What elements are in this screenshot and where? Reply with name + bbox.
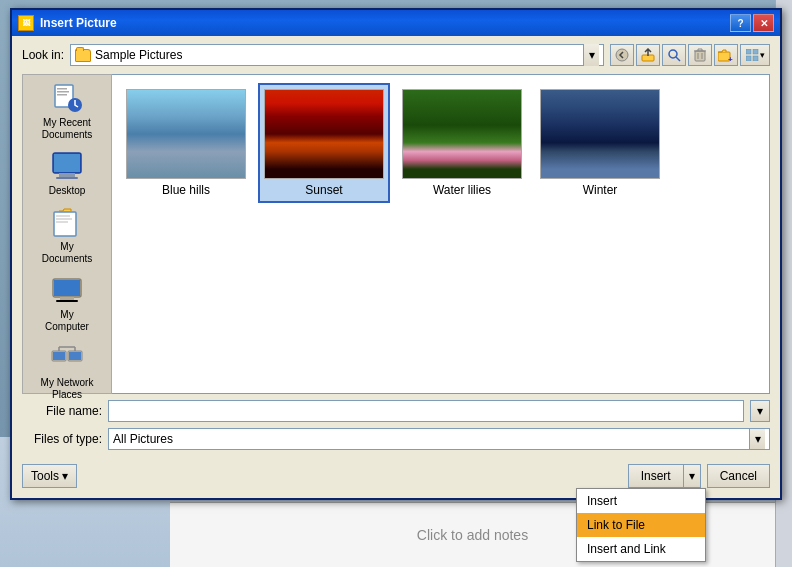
folder-icon (75, 49, 91, 62)
notes-placeholder: Click to add notes (417, 527, 528, 543)
file-name-label: File name: (22, 404, 102, 418)
look-in-dropdown[interactable]: Sample Pictures ▾ (70, 44, 604, 66)
svg-rect-30 (56, 300, 78, 302)
sidebar-item-my-recent-documents[interactable]: My RecentDocuments (23, 79, 111, 145)
files-of-type-value: All Pictures (113, 432, 749, 446)
file-name-input[interactable] (108, 400, 744, 422)
file-item-winter[interactable]: Winter (536, 85, 664, 201)
svg-rect-29 (60, 297, 74, 300)
file-item-sunset[interactable]: Sunset (260, 85, 388, 201)
views-button[interactable]: ▾ (740, 44, 770, 66)
sidebar-item-desktop[interactable]: Desktop (23, 147, 111, 201)
desktop-label: Desktop (49, 185, 86, 197)
back-button[interactable] (610, 44, 634, 66)
svg-rect-22 (54, 154, 80, 172)
help-button[interactable]: ? (730, 14, 751, 32)
svg-rect-34 (69, 352, 81, 360)
dialog-icon: 🖼 (18, 15, 34, 31)
title-bar-controls: ? ✕ (730, 14, 774, 32)
thumbnail-winter (540, 89, 660, 179)
insert-picture-dialog: 🖼 Insert Picture ? ✕ Look in: Sample Pic… (10, 8, 782, 500)
svg-rect-13 (753, 56, 758, 61)
svg-point-2 (669, 50, 677, 58)
file-item-water-lilies[interactable]: Water lilies (398, 85, 526, 201)
new-folder-button[interactable]: + (714, 44, 738, 66)
files-of-type-label: Files of type: (22, 432, 102, 446)
search-web-button[interactable] (662, 44, 686, 66)
svg-rect-10 (746, 49, 751, 54)
svg-rect-24 (56, 215, 70, 217)
svg-line-3 (676, 57, 680, 61)
svg-text:+: + (728, 55, 733, 62)
up-button[interactable] (636, 44, 660, 66)
file-browser-area: Blue hills Sunset Water lilies (112, 74, 770, 394)
svg-rect-15 (57, 88, 67, 90)
svg-rect-11 (753, 49, 758, 54)
my-computer-label: MyComputer (45, 309, 89, 333)
dropdown-item-insert[interactable]: Insert (577, 489, 705, 513)
look-in-label: Look in: (22, 48, 64, 62)
svg-rect-16 (57, 91, 69, 93)
dropdown-item-insert-and-link[interactable]: Insert and Link (577, 537, 705, 561)
file-name-sunset: Sunset (305, 183, 342, 197)
my-network-places-icon (51, 343, 83, 375)
tools-label: Tools (31, 469, 59, 483)
files-of-type-select[interactable]: All Pictures ▾ (108, 428, 770, 450)
my-network-places-label: My NetworkPlaces (41, 377, 94, 401)
look-in-dropdown-arrow[interactable]: ▾ (583, 44, 599, 66)
thumbnail-sunset (264, 89, 384, 179)
file-name-winter: Winter (583, 183, 618, 197)
my-documents-icon (51, 207, 83, 239)
files-of-type-arrow[interactable]: ▾ (749, 429, 765, 449)
current-folder-name: Sample Pictures (95, 48, 579, 62)
close-button[interactable]: ✕ (753, 14, 774, 32)
svg-point-0 (616, 49, 628, 61)
sidebar-item-my-documents[interactable]: MyDocuments (23, 203, 111, 269)
toolbar-buttons: + ▾ (610, 44, 770, 66)
svg-rect-26 (56, 221, 68, 223)
svg-rect-20 (59, 173, 75, 177)
svg-rect-25 (56, 218, 72, 220)
svg-rect-28 (54, 280, 80, 296)
my-computer-icon (51, 275, 83, 307)
file-item-blue-hills[interactable]: Blue hills (122, 85, 250, 201)
sidebar-item-my-network-places[interactable]: My NetworkPlaces (23, 339, 111, 405)
my-recent-docs-label: My RecentDocuments (42, 117, 93, 141)
file-name-dropdown-arrow[interactable]: ▾ (750, 400, 770, 422)
places-sidebar: My RecentDocuments Desktop MyDocuments (22, 74, 112, 394)
my-recent-docs-icon (51, 83, 83, 115)
dropdown-item-link-to-file[interactable]: Link to File (577, 513, 705, 537)
desktop-icon (51, 151, 83, 183)
insert-group: Insert ▾ (628, 464, 701, 488)
sidebar-item-my-computer[interactable]: MyComputer (23, 271, 111, 337)
file-name-blue-hills: Blue hills (162, 183, 210, 197)
thumbnail-water-lilies (402, 89, 522, 179)
dialog-title: Insert Picture (40, 16, 117, 30)
tools-button[interactable]: Tools ▾ (22, 464, 77, 488)
insert-dropdown-arrow-button[interactable]: ▾ (683, 464, 701, 488)
cancel-label: Cancel (720, 469, 757, 483)
insert-main-button[interactable]: Insert (628, 464, 683, 488)
svg-rect-4 (695, 51, 705, 61)
insert-dropdown-menu: Insert Link to File Insert and Link (576, 488, 706, 562)
svg-rect-32 (53, 352, 65, 360)
delete-button[interactable] (688, 44, 712, 66)
svg-rect-21 (56, 177, 78, 179)
file-name-water-lilies: Water lilies (433, 183, 491, 197)
cancel-button[interactable]: Cancel (707, 464, 770, 488)
thumbnail-blue-hills (126, 89, 246, 179)
title-bar: 🖼 Insert Picture ? ✕ (12, 10, 780, 36)
my-documents-label: MyDocuments (42, 241, 93, 265)
insert-label: Insert (641, 469, 671, 483)
svg-rect-12 (746, 56, 751, 61)
tools-arrow-icon: ▾ (62, 469, 68, 483)
footer-right: Insert ▾ Cancel Insert Link to File Inse… (628, 464, 770, 488)
svg-rect-17 (57, 94, 67, 96)
